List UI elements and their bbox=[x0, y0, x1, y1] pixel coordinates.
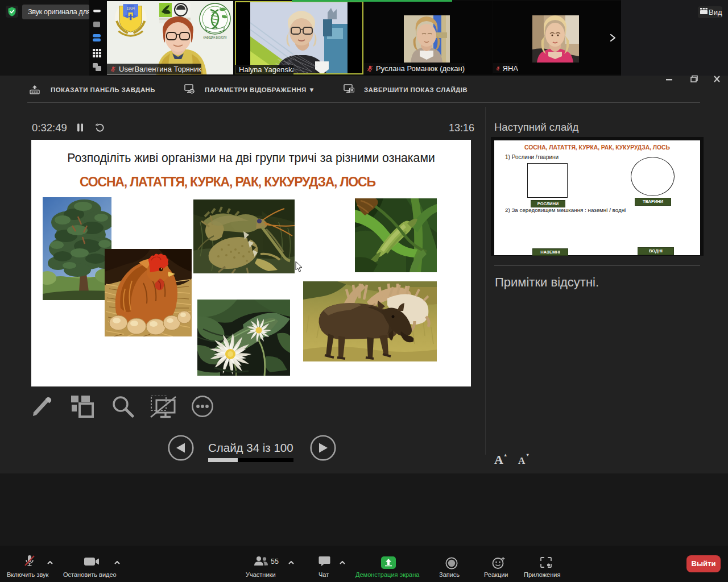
svg-text:1934: 1934 bbox=[126, 6, 135, 10]
svg-text:КАФЕДРА БІОЛОГІЇ: КАФЕДРА БІОЛОГІЇ bbox=[204, 36, 228, 39]
